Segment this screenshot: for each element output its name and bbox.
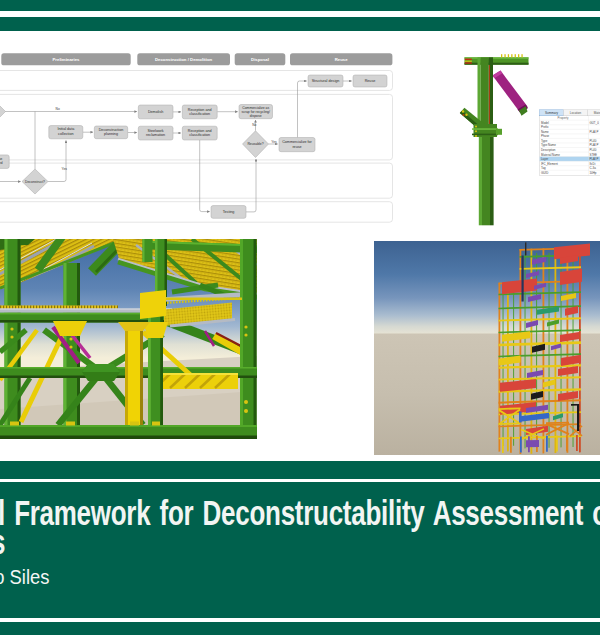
svg-text:Preliminaries: Preliminaries xyxy=(53,57,81,62)
svg-text:Summary: Summary xyxy=(545,111,558,115)
svg-text:Model: Model xyxy=(541,121,549,125)
svg-text:Testing: Testing xyxy=(223,210,235,214)
svg-text:PL40: PL40 xyxy=(590,139,597,143)
svg-text:STEE: STEE xyxy=(590,153,598,157)
svg-text:PLAI P: PLAI P xyxy=(590,130,599,134)
svg-text:Deconstruction: Deconstruction xyxy=(99,128,124,132)
svg-text:Property: Property xyxy=(558,116,569,120)
svg-text:Type: Type xyxy=(541,139,548,143)
svg-text:No: No xyxy=(56,107,60,111)
svg-text:Reuse: Reuse xyxy=(335,57,349,62)
svg-text:ed: ed xyxy=(0,161,3,165)
svg-text:Location: Location xyxy=(570,111,582,115)
svg-text:Yes: Yes xyxy=(62,167,68,171)
svg-text:Reception and: Reception and xyxy=(188,129,212,133)
svg-text:Yes: Yes xyxy=(271,140,277,144)
svg-text:Structural design: Structural design xyxy=(312,79,340,83)
svg-text:IFC_Element: IFC_Element xyxy=(541,162,558,166)
svg-text:dispose: dispose xyxy=(250,114,262,118)
svg-text:Disposal: Disposal xyxy=(251,57,269,62)
svg-text:collection: collection xyxy=(58,132,73,136)
svg-text:PLAI P: PLAI P xyxy=(590,143,599,147)
svg-text:classification: classification xyxy=(189,112,210,116)
svg-text:Description: Description xyxy=(541,148,556,152)
svg-text:No: No xyxy=(252,123,256,127)
svg-text:Name: Name xyxy=(541,130,549,134)
svg-text:Reception and: Reception and xyxy=(188,108,212,112)
svg-text:Type Name: Type Name xyxy=(541,143,556,147)
svg-text:IfcDi: IfcDi xyxy=(590,162,596,166)
svg-text:Material Name: Material Name xyxy=(541,153,560,157)
svg-text:reuse: reuse xyxy=(292,145,301,149)
svg-text:Reusable?: Reusable? xyxy=(247,142,263,146)
svg-text:PLAI P: PLAI P xyxy=(590,157,599,161)
svg-text:classification: classification xyxy=(189,133,210,137)
svg-text:Demolish: Demolish xyxy=(148,110,163,114)
svg-text:10Hp: 10Hp xyxy=(590,171,597,175)
svg-text:reclamation: reclamation xyxy=(146,133,165,137)
svg-text:Commercialize for: Commercialize for xyxy=(282,140,312,144)
svg-text:Prefix: Prefix xyxy=(541,125,549,129)
svg-text:GUID: GUID xyxy=(541,171,548,175)
svg-text:GUT_0: GUT_0 xyxy=(590,121,600,125)
svg-text:C-3a: C-3a xyxy=(590,166,597,170)
svg-text:PL40: PL40 xyxy=(590,148,597,152)
svg-text:planning: planning xyxy=(104,132,118,136)
svg-text:Tag: Tag xyxy=(541,166,546,170)
svg-text:Steelwork: Steelwork xyxy=(147,129,163,133)
svg-text:Deconstruction / Demolition: Deconstruction / Demolition xyxy=(155,57,213,62)
svg-text:Mate: Mate xyxy=(594,111,600,115)
svg-text:Reuse: Reuse xyxy=(365,79,376,83)
svg-text:Initial data: Initial data xyxy=(57,127,75,131)
svg-text:Phase: Phase xyxy=(541,134,550,138)
svg-text:Layer: Layer xyxy=(541,157,548,161)
svg-text:Deconstruct?: Deconstruct? xyxy=(25,180,45,184)
